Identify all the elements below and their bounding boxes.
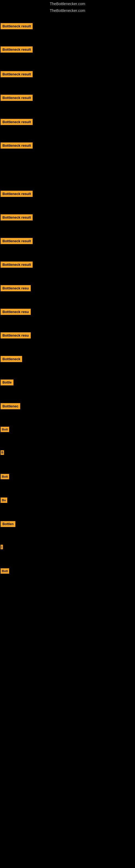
bottleneck-badge-16[interactable]: Bottlenec (1, 403, 20, 409)
bottleneck-badge-1[interactable]: Bottleneck result (1, 23, 33, 29)
bottleneck-badge-13[interactable]: Bottleneck resu (1, 332, 31, 339)
bottleneck-badge-2[interactable]: Bottleneck result (1, 46, 33, 53)
bottleneck-badge-11[interactable]: Bottleneck resu (1, 285, 31, 291)
bottleneck-badge-19[interactable]: Bott (1, 474, 9, 479)
bottleneck-badge-3[interactable]: Bottleneck result (1, 71, 33, 77)
bottleneck-badge-17[interactable]: Bott (1, 427, 9, 432)
bottleneck-badge-18[interactable]: B (1, 450, 4, 455)
bottleneck-badge-10[interactable]: Bottleneck result (1, 261, 33, 268)
site-title-text: TheBottlenecker.com (50, 8, 85, 13)
bottleneck-badge-15[interactable]: Bottle (1, 379, 13, 385)
bottleneck-badge-21[interactable]: Bottlen (1, 521, 15, 527)
bottleneck-badge-5[interactable]: Bottleneck result (1, 119, 33, 125)
bottleneck-badge-20[interactable]: Bo (1, 497, 7, 503)
bottleneck-badge-9[interactable]: Bottleneck result (1, 238, 33, 244)
bottleneck-badge-22[interactable]: | (1, 545, 3, 549)
bottleneck-badge-6[interactable]: Bottleneck result (1, 143, 33, 149)
bottleneck-badge-7[interactable]: Bottleneck result (1, 191, 33, 197)
bottleneck-badge-12[interactable]: Bottleneck resu (1, 309, 31, 315)
bottleneck-badge-8[interactable]: Bottleneck result (1, 214, 33, 220)
bottleneck-badge-4[interactable]: Bottleneck result (1, 95, 33, 101)
bottleneck-badge-14[interactable]: Bottleneck (1, 356, 22, 362)
bottleneck-badge-23[interactable]: Bott (1, 568, 9, 574)
site-header: TheBottlenecker.com (0, 8, 135, 13)
site-title: TheBottlenecker.com (0, 0, 135, 8)
